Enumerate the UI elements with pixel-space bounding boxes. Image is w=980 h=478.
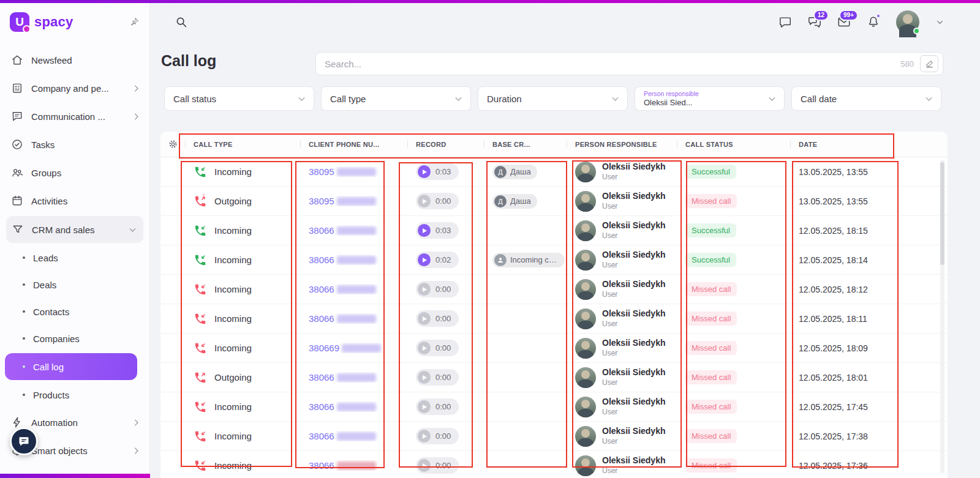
person-name[interactable]: Oleksii Siedykh — [602, 308, 666, 319]
phone-link[interactable]: 380669 — [309, 343, 339, 353]
phone-link[interactable]: 38066 — [309, 284, 334, 294]
table-row[interactable]: Incoming380660:03Oleksii SiedykhUserSucc… — [160, 216, 948, 245]
phone-cell: 38066 — [300, 255, 407, 265]
record-player: 0:03 — [416, 163, 459, 180]
filter-call-date[interactable]: Call date — [791, 86, 941, 111]
column-header-client-phone-nu[interactable]: CLIENT PHONE NU... — [300, 141, 407, 148]
base-cell: ДДаша — [484, 194, 567, 209]
table-row[interactable]: Incoming380660:00Oleksii SiedykhUserMiss… — [160, 422, 948, 451]
play-button-icon[interactable] — [418, 253, 431, 266]
person-name[interactable]: Oleksii Siedykh — [602, 250, 666, 261]
sidebar-item-deals[interactable]: Deals — [0, 271, 149, 298]
filter-call-type[interactable]: Call type — [321, 86, 471, 111]
play-button-icon[interactable] — [418, 371, 431, 384]
sidebar-item-products[interactable]: Products — [0, 381, 149, 408]
phone-link[interactable]: 38066 — [309, 225, 334, 236]
sidebar-item-crm-and-sales[interactable]: CRM and sales — [6, 216, 143, 243]
play-button-icon[interactable] — [418, 459, 431, 472]
phone-link[interactable]: 38066 — [309, 255, 334, 265]
table-row[interactable]: Outgoing380950:00ДДашаOleksii SiedykhUse… — [160, 187, 948, 216]
comment-icon[interactable] — [778, 15, 792, 29]
person-name[interactable]: Oleksii Siedykh — [602, 191, 666, 202]
sidebar-item-company-and-pe[interactable]: Company and pe... — [0, 74, 149, 102]
person-name[interactable]: Oleksii Siedykh — [602, 220, 666, 231]
column-header-base-cr[interactable]: BASE CR... — [484, 141, 567, 148]
sidebar: U spacy NewsfeedCompany and pe...Communi… — [0, 3, 150, 478]
person-name[interactable]: Oleksii Siedykh — [602, 338, 666, 349]
status-cell: Missed call — [677, 400, 790, 414]
base-chip[interactable]: ДДаша — [492, 165, 537, 179]
filter-call-status[interactable]: Call status — [164, 86, 314, 111]
search-input[interactable] — [325, 59, 894, 69]
user-avatar[interactable] — [896, 10, 919, 34]
table-row[interactable]: Incoming380660:00Oleksii SiedykhUserMiss… — [160, 451, 948, 478]
clear-search-button[interactable] — [920, 55, 938, 72]
sidebar-item-groups[interactable]: Groups — [0, 159, 149, 187]
chevron-down-icon[interactable] — [935, 18, 944, 27]
person-role: User — [602, 261, 666, 270]
phone-link[interactable]: 38066 — [309, 372, 334, 383]
play-button-icon[interactable] — [418, 165, 431, 178]
phone-link[interactable]: 38066 — [309, 313, 334, 324]
person-name[interactable]: Oleksii Siedykh — [602, 279, 666, 290]
person-name[interactable]: Oleksii Siedykh — [602, 397, 666, 408]
sidebar-item-activities[interactable]: Activities — [0, 187, 149, 215]
global-search-icon[interactable] — [175, 15, 188, 29]
person-cell: Oleksii SiedykhUser — [567, 367, 677, 388]
table-row[interactable]: Incoming3806690:00Oleksii SiedykhUserMis… — [160, 334, 948, 363]
table-row[interactable]: Incoming380950:03ДДашаOleksii SiedykhUse… — [160, 157, 948, 187]
column-header-call-status[interactable]: CALL STATUS — [677, 141, 790, 148]
play-button-icon[interactable] — [418, 342, 431, 354]
table-row[interactable]: Incoming380660:00Oleksii SiedykhUserMiss… — [160, 392, 948, 422]
play-button-icon[interactable] — [418, 283, 431, 296]
record-player: 0:00 — [416, 193, 459, 209]
sidebar-item-communication[interactable]: Communication ... — [0, 102, 149, 130]
bell-icon[interactable] — [867, 15, 880, 29]
phone-link[interactable]: 38066 — [309, 401, 334, 412]
column-header-call-type[interactable]: CALL TYPE — [185, 141, 300, 148]
table-scrollbar-thumb[interactable] — [940, 162, 944, 265]
phone-link[interactable]: 38095 — [309, 166, 334, 177]
sidebar-item-leads[interactable]: Leads — [0, 244, 149, 271]
play-button-icon[interactable] — [418, 224, 431, 237]
mail-icon[interactable]: 99+ — [837, 15, 851, 29]
sidebar-item-contacts[interactable]: Contacts — [0, 298, 149, 325]
chevron-right-icon — [132, 112, 141, 121]
play-button-icon[interactable] — [418, 312, 431, 325]
base-chip[interactable]: Incoming call ... — [492, 253, 565, 267]
base-chip[interactable]: ДДаша — [492, 194, 537, 209]
filter-duration[interactable]: Duration — [478, 86, 628, 111]
phone-link[interactable]: 38066 — [309, 460, 334, 471]
column-settings-button[interactable] — [160, 139, 185, 149]
sidebar-item-companies[interactable]: Companies — [0, 325, 149, 352]
sidebar-item-call-log[interactable]: Call log — [5, 353, 137, 380]
phone-link[interactable]: 38095 — [309, 196, 334, 206]
play-button-icon[interactable] — [418, 400, 431, 413]
person-name[interactable]: Oleksii Siedykh — [602, 367, 666, 378]
play-button-icon[interactable] — [418, 195, 431, 207]
phone-link[interactable]: 38066 — [309, 431, 334, 441]
person-role: User — [602, 437, 666, 446]
status-cell: Missed call — [677, 312, 790, 326]
pin-icon[interactable] — [129, 17, 140, 28]
incoming-missed-icon — [194, 459, 207, 472]
column-header-person-responsible[interactable]: PERSON RESPONSIBLE — [567, 141, 677, 148]
uspacy-logo-icon[interactable]: U — [10, 12, 29, 32]
filter-person-responsible[interactable]: Person responsibleOleksii Sied... — [635, 86, 785, 111]
person-name[interactable]: Oleksii Siedykh — [602, 455, 666, 466]
table-row[interactable]: Incoming380660:00Oleksii SiedykhUserMiss… — [160, 275, 948, 304]
table-row[interactable]: Outgoing380660:00Oleksii SiedykhUserMiss… — [160, 363, 948, 392]
sidebar-item-newsfeed[interactable]: Newsfeed — [0, 46, 149, 74]
person-name[interactable]: Oleksii Siedykh — [602, 426, 666, 437]
record-player: 0:00 — [416, 457, 459, 474]
table-row[interactable]: Incoming380660:02Incoming call ...Oleksi… — [160, 245, 948, 275]
record-duration: 0:00 — [435, 314, 451, 323]
support-chat-button[interactable] — [10, 427, 38, 455]
table-row[interactable]: Incoming380660:00Oleksii SiedykhUserMiss… — [160, 304, 948, 334]
column-header-date[interactable]: DATE — [790, 141, 900, 148]
play-button-icon[interactable] — [418, 430, 431, 443]
column-header-record[interactable]: RECORD — [407, 141, 484, 148]
messenger-icon[interactable]: 12 — [808, 15, 821, 29]
sidebar-item-tasks[interactable]: Tasks — [0, 130, 149, 159]
person-name[interactable]: Oleksii Siedykh — [602, 162, 666, 173]
